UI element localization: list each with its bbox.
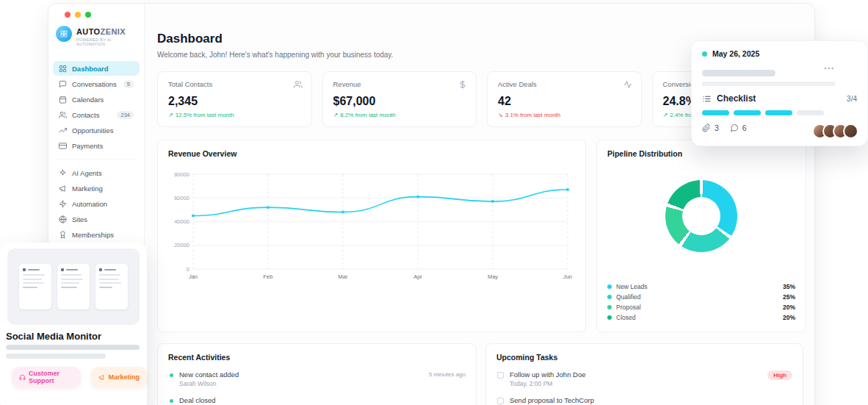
activity-dot	[170, 373, 173, 377]
donut-hole	[682, 197, 720, 235]
comment-icon	[730, 123, 739, 132]
stat-label: Active Deals	[498, 80, 631, 88]
sidebar-item-memberships[interactable]: Memberships	[53, 227, 140, 242]
skeleton-bar	[6, 345, 140, 350]
sidebar-item-marketing[interactable]: Marketing	[53, 181, 140, 196]
sidebar-item-opportunities[interactable]: Opportunities	[53, 123, 140, 137]
activity-text: New contact added	[179, 370, 239, 379]
doc-icon	[99, 268, 102, 271]
sparkles-icon	[59, 169, 67, 177]
logo: AUTOZENIX POWERED BY AI AUTOMATION	[48, 26, 144, 46]
legend-item: Qualified 25%	[607, 292, 795, 302]
document-thumbnail	[95, 264, 128, 309]
bottom-row: Recent Activities New contact added Sara…	[157, 343, 803, 405]
legend-label: Proposal	[616, 304, 641, 311]
sidebar-item-label: Dashboard	[72, 65, 109, 73]
skeleton-bar	[702, 82, 836, 86]
sidebar-item-calendars[interactable]: Calendars	[53, 92, 140, 107]
sidebar-item-label: AI Agents	[72, 169, 102, 177]
stat-change: ↘ 3.1% from last month	[498, 112, 631, 118]
progress-segment	[734, 110, 761, 115]
charts-row: Revenue Overview 020000400006000080000Ja…	[157, 140, 806, 332]
recent-activities-card: Recent Activities New contact added Sara…	[157, 343, 477, 405]
megaphone-icon	[98, 374, 105, 381]
checklist-progress-segments	[702, 110, 824, 115]
sidebar-item-label: Memberships	[72, 231, 114, 239]
list-item: Follow up with John Doe Today, 2:00 PM H…	[496, 370, 792, 387]
trend-icon	[59, 126, 67, 135]
stat-label: Total Contacts	[168, 80, 301, 88]
window-controls	[65, 12, 91, 18]
page-subtitle: Welcome back, John! Here's what's happen…	[157, 51, 393, 59]
legend-value: 25%	[783, 293, 795, 301]
legend-item: Proposal 20%	[607, 302, 795, 312]
legend-label: New Leads	[616, 283, 648, 290]
maximize-button[interactable]	[85, 12, 91, 18]
zap-icon	[59, 200, 67, 208]
sidebar-item-label: Opportunities	[72, 126, 114, 135]
social-media-monitor-card: Social Media Monitor Customer Support Ma…	[0, 243, 147, 405]
chart-title: Pipeline Distribution	[607, 149, 795, 158]
megaphone-icon	[59, 184, 67, 193]
document-thumbnail	[19, 264, 51, 309]
pipeline-legend: New Leads 35% Qualified 25% Proposal 20%	[607, 282, 795, 323]
progress-segment	[702, 110, 729, 115]
sidebar-item-conversations[interactable]: Conversations 5	[53, 76, 140, 91]
sidebar-item-label: Payments	[72, 142, 103, 150]
activity-dot	[170, 399, 173, 403]
comment-count: 6	[742, 123, 747, 132]
legend-label: Qualified	[616, 293, 641, 301]
stat-change: ↗ 12.5% from last month	[168, 112, 301, 118]
sidebar-item-label: Marketing	[72, 184, 103, 193]
task-detail-card: May 26, 2025 ••• Checklist 3/4 3 6	[691, 40, 868, 146]
stat-value: 42	[498, 95, 631, 108]
activity-subtext: Sarah Wilson	[179, 380, 239, 387]
task-checkbox[interactable]	[497, 398, 504, 404]
sidebar-badge: 5	[123, 80, 134, 88]
trend-arrow-icon: ↗	[168, 112, 173, 118]
list-item: Deal closed	[168, 396, 466, 404]
task-date-label: May 26, 2025	[712, 49, 759, 58]
sidebar-item-payments[interactable]: Payments	[53, 138, 140, 153]
checklist-progress: 3/4	[847, 95, 857, 103]
skeleton-bar	[6, 354, 106, 359]
document-thumbnail	[57, 264, 90, 309]
pipeline-distribution-card: Pipeline Distribution New Leads 35% Qual…	[596, 140, 806, 332]
chart-title: Revenue Overview	[168, 149, 575, 158]
social-tag[interactable]: Customer Support	[12, 367, 81, 387]
legend-value: 35%	[783, 283, 795, 290]
tag-label: Customer Support	[29, 370, 73, 384]
stat-change: ↗ 8.2% from last month	[333, 112, 466, 118]
stat-card-total-contacts: Total Contacts 2,345 ↗ 12.5% from last m…	[157, 71, 312, 127]
stat-value: $67,000	[333, 95, 466, 108]
status-dot	[702, 51, 707, 57]
sidebar-item-dashboard[interactable]: Dashboard	[53, 61, 140, 76]
card-title: Upcoming Tasks	[496, 353, 792, 362]
svg-text:20000: 20000	[174, 242, 189, 248]
task-checkbox[interactable]	[497, 372, 504, 379]
users-icon	[59, 111, 67, 119]
calendar-icon	[59, 96, 67, 104]
list-item: Send proposal to TechCorp	[496, 396, 792, 404]
logo-tagline: POWERED BY AI AUTOMATION	[76, 37, 137, 46]
dots-menu-icon[interactable]: •••	[825, 65, 835, 71]
activity-icon	[623, 80, 632, 89]
globe-icon	[59, 215, 67, 223]
users-icon	[294, 80, 303, 89]
sidebar-item-automation[interactable]: Automation	[53, 196, 140, 211]
stat-change-text: 8.2% from last month	[340, 112, 396, 118]
svg-text:80000: 80000	[174, 171, 189, 178]
avatar[interactable]	[843, 123, 858, 139]
sidebar-item-contacts[interactable]: Contacts 234	[53, 107, 140, 122]
sidebar-item-sites[interactable]: Sites	[53, 212, 140, 226]
stat-label: Revenue	[333, 80, 466, 88]
svg-text:40000: 40000	[174, 218, 189, 225]
attachment-count: 3	[715, 123, 719, 132]
social-tag[interactable]: Marketing	[91, 367, 147, 387]
sidebar-item-ai-agents[interactable]: AI Agents	[53, 165, 140, 180]
thumbnail-panel	[7, 248, 140, 325]
close-button[interactable]	[65, 12, 70, 18]
minimize-button[interactable]	[75, 12, 81, 18]
sidebar-item-label: Contacts	[72, 111, 100, 119]
stat-card-active-deals: Active Deals 42 ↘ 3.1% from last month	[487, 71, 642, 127]
